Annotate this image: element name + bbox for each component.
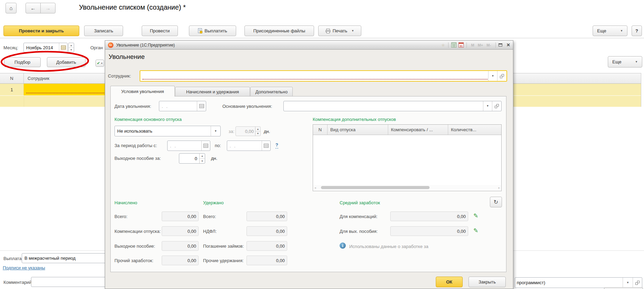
days-suffix-2: дн. <box>211 155 217 162</box>
post-button[interactable]: Провести <box>142 25 178 36</box>
severance-days-stepper[interactable]: 0 ▲ ▼ <box>179 153 205 164</box>
average-compensation-value: 0,00 <box>390 211 468 221</box>
list-more-dropdown-icon: ▼ <box>635 61 638 63</box>
dismissal-date-label: Дата увольнения: <box>114 103 151 110</box>
memory-m-minus-button[interactable]: М- <box>486 43 491 47</box>
dialog-employee-input[interactable]: ▼ <box>140 70 507 82</box>
clipped-button-edge <box>604 287 643 289</box>
tab-additional[interactable]: Дополнительно <box>250 87 293 96</box>
accrued-vacation-comp-label: Компенсации отпуска: <box>114 228 161 235</box>
employee-open-button[interactable] <box>497 71 506 81</box>
severance-step-down-icon[interactable]: ▼ <box>200 159 205 164</box>
dialog-close-button[interactable]: Закрыть <box>469 277 506 287</box>
help-button[interactable]: ? <box>632 25 642 36</box>
calendar-grid-icon <box>264 144 269 148</box>
extra-table-hscrollbar[interactable]: ◂ ▸ <box>313 185 501 190</box>
pay-button[interactable]: Выплатить <box>189 25 236 36</box>
month-label: Месяц: <box>3 45 18 51</box>
month-input[interactable]: Ноябрь 2014 <box>23 43 68 52</box>
comment-input[interactable] <box>31 277 110 287</box>
reason-label: Основание увольнения: <box>222 103 272 110</box>
withheld-other-label: Прочие удержания: <box>203 258 244 264</box>
month-calendar-button[interactable] <box>59 43 67 52</box>
list-more-button[interactable]: Еще ▼ <box>608 56 642 68</box>
employee-dropdown-button[interactable]: ▼ <box>488 71 497 81</box>
month-stepper[interactable]: ▲ ▼ <box>68 43 74 52</box>
recalculate-button[interactable]: ↻ <box>490 197 502 207</box>
hscroll-thumb[interactable] <box>321 186 430 189</box>
responsible-dropdown-button[interactable]: ▼ <box>623 278 633 288</box>
edit-average-severance-icon[interactable]: ✎ <box>473 228 478 234</box>
ok-button[interactable]: ОК <box>436 277 463 287</box>
period-from-calendar-button[interactable] <box>201 141 210 151</box>
withheld-total-label: Всего: <box>203 214 216 220</box>
attached-files-button[interactable]: Присоединенные файлы <box>244 25 314 36</box>
accrued-total-label: Всего: <box>114 214 128 220</box>
memory-m-plus-button[interactable]: М+ <box>478 43 483 47</box>
reason-open-button[interactable] <box>492 101 501 111</box>
mark-dropdown-icon: ▼ <box>101 62 103 65</box>
forward-button[interactable]: → <box>40 3 56 13</box>
row-number-cell[interactable]: 1 <box>0 84 24 95</box>
period-to-input[interactable]: . . <box>227 141 271 151</box>
signatures-link[interactable]: Подписи не указаны <box>3 265 45 271</box>
scroll-right-icon[interactable]: ▸ <box>498 186 500 189</box>
back-button[interactable]: ← <box>26 3 41 13</box>
accrued-total-value: 0,00 <box>162 211 199 221</box>
payment-input[interactable]: В межрасчетный период <box>22 253 110 263</box>
withheld-total-value: 0,00 <box>246 211 287 221</box>
maximize-button[interactable] <box>499 43 502 47</box>
extra-col-number[interactable]: N <box>313 125 328 135</box>
favorites-star-icon[interactable]: ★ <box>441 42 445 48</box>
print-button[interactable]: Печать ▼ <box>318 25 361 36</box>
dialog-titlebar[interactable]: 1с Увольнение (1С:Предприятие) ★ 31 М М+… <box>105 41 513 50</box>
tab-dismissal-conditions[interactable]: Условия увольнения <box>110 86 175 96</box>
reason-combo[interactable]: ▼ <box>283 101 502 111</box>
calculator-icon[interactable] <box>451 42 456 48</box>
home-button[interactable]: ⌂ <box>6 3 17 13</box>
extra-col-quantity[interactable]: Количеств... <box>448 125 501 135</box>
dismissal-date-input[interactable]: . . <box>159 101 206 111</box>
reason-dropdown-button[interactable]: ▼ <box>483 101 492 111</box>
accrued-vacation-comp-value: 0,00 <box>162 226 199 236</box>
list-right-border <box>641 73 641 107</box>
accrued-other-value: 0,00 <box>162 256 199 265</box>
days-suffix-1: дн. <box>264 128 270 135</box>
extra-col-compensate[interactable]: Компенсировать / ... <box>388 125 448 135</box>
za-days-stepper: 0,00 ▲ ▼ <box>235 126 261 136</box>
compensation-mode-combo[interactable]: Не использовать ▼ <box>114 126 221 136</box>
pick-button[interactable]: Подбор <box>4 57 41 67</box>
dialog-employee-label: Сотрудник: <box>108 73 131 79</box>
list-header-number[interactable]: N <box>0 73 24 83</box>
month-step-down-icon[interactable]: ▼ <box>69 48 74 52</box>
dismissal-date-calendar-button[interactable] <box>197 101 206 111</box>
close-button[interactable]: ✕ <box>506 42 510 48</box>
mark-dropdown-button[interactable]: ✔ ▼ <box>95 60 104 67</box>
memory-m-button[interactable]: М <box>471 43 474 47</box>
write-button[interactable]: Записать <box>84 25 123 36</box>
month-step-up-icon[interactable]: ▲ <box>69 43 74 48</box>
tab-accruals-deductions[interactable]: Начисления и удержания <box>175 87 250 96</box>
withheld-section-title: Удержано <box>203 200 224 206</box>
compensation-mode-dropdown-button[interactable]: ▼ <box>211 126 220 136</box>
conditions-panel: Дата увольнения: . . Основание увольнени… <box>110 96 506 272</box>
responsible-combo[interactable]: программист) ▼ <box>515 277 642 288</box>
calendar-31-icon[interactable]: 31 <box>459 42 464 48</box>
average-severance-value: 0,00 <box>390 226 468 236</box>
average-severance-label: Для вых. пособия: <box>340 228 378 235</box>
period-from-input[interactable]: . . <box>167 141 210 151</box>
accrued-severance-label: Выходное пособие: <box>114 243 155 249</box>
scroll-left-icon[interactable]: ◂ <box>314 186 316 189</box>
za-days-value: 0,00 <box>236 127 255 136</box>
post-and-close-button[interactable]: Провести и закрыть <box>3 25 79 36</box>
responsible-open-button[interactable] <box>633 278 642 288</box>
add-button[interactable]: Добавить <box>47 57 85 67</box>
period-help-link[interactable]: ? <box>275 142 278 148</box>
edit-average-compensation-icon[interactable]: ✎ <box>473 213 478 219</box>
extra-col-type[interactable]: Вид отпуска <box>328 125 388 135</box>
toolbar-more-button[interactable]: Еще ▼ <box>593 25 627 36</box>
period-to-calendar-button[interactable] <box>262 141 270 151</box>
severance-step-up-icon[interactable]: ▲ <box>200 154 205 159</box>
toolbar-more-label: Еще <box>597 28 606 33</box>
open-icon <box>635 281 640 285</box>
